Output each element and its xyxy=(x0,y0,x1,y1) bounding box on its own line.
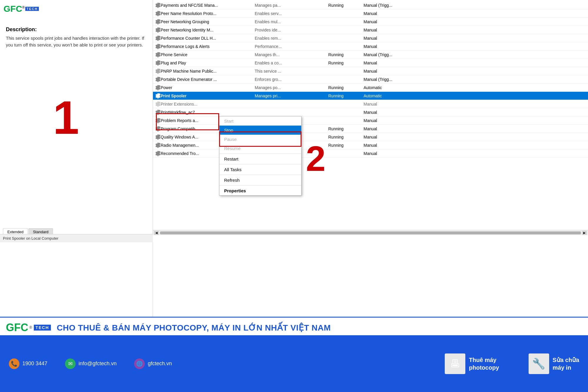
context-menu: Start Stop Pause Resume Restart All Task… xyxy=(219,116,302,196)
gear-icon xyxy=(155,36,161,41)
table-row[interactable]: Problem Reports a... Manual xyxy=(153,116,588,125)
context-menu-properties[interactable]: Properties xyxy=(219,186,301,195)
description-label: Description: xyxy=(6,26,147,33)
email-icon: ✉ xyxy=(65,358,76,369)
service-desc: Manages po... xyxy=(255,85,328,90)
context-menu-divider-2 xyxy=(219,164,301,164)
advertisement-bar: GFC® TECH CHO THUÊ & BÁN MÁY PHOTOCOPY, … xyxy=(0,317,588,392)
service-startup: Manual xyxy=(364,36,422,41)
table-row[interactable]: Plug and Play Enables a co... Running Ma… xyxy=(153,59,588,67)
service-name: Print Spooler xyxy=(161,94,255,98)
services-list-panel: Payments and NFC/SE Mana... Manages pa..… xyxy=(153,0,588,318)
service-name: Power xyxy=(161,85,255,90)
service-startup: Manual (Trigg... xyxy=(364,77,422,82)
context-menu-start[interactable]: Start xyxy=(219,116,301,126)
scroll-thumb[interactable] xyxy=(160,231,581,234)
phone-icon: 📞 xyxy=(9,358,19,369)
status-bar: Print Spooler on Local Computer xyxy=(0,234,153,242)
service-status: Running xyxy=(328,52,364,57)
web-icon: 🌐 xyxy=(134,358,145,369)
service-name: Portable Device Enumerator ... xyxy=(161,77,255,82)
table-row[interactable]: Portable Device Enumerator ... Enforces … xyxy=(153,75,588,84)
gear-icon xyxy=(155,93,161,99)
ad-website-contact: 🌐 gfctech.vn xyxy=(134,358,172,369)
table-row[interactable]: Phone Service Manages th... Running Manu… xyxy=(153,51,588,59)
print-spooler-row[interactable]: Print Spooler Manages pri... Running Aut… xyxy=(153,92,588,100)
table-row[interactable]: Payments and NFC/SE Mana... Manages pa..… xyxy=(153,1,588,9)
table-row[interactable]: Printer Extensions... Manual xyxy=(153,100,588,108)
ad-website-url: gfctech.vn xyxy=(148,361,172,367)
service-status: Running xyxy=(328,143,364,148)
service-desc: Enables a co... xyxy=(255,61,328,65)
service-startup: Manual xyxy=(364,11,422,16)
gear-icon xyxy=(155,11,161,16)
service-startup: Manual (Trigg... xyxy=(364,52,422,57)
gear-icon xyxy=(155,77,161,82)
service-startup: Manual xyxy=(364,135,422,139)
gear-icon xyxy=(155,118,161,123)
table-row[interactable]: Recommended Tro... Manual xyxy=(153,149,588,158)
context-menu-restart[interactable]: Restart xyxy=(219,154,301,164)
table-row[interactable]: Peer Networking Grouping Enables mul... … xyxy=(153,18,588,26)
table-row[interactable]: PrintWorkflow_ac7... Manual xyxy=(153,108,588,116)
table-row[interactable]: PNRP Machine Name Public... This service… xyxy=(153,67,588,75)
service-startup: Manual xyxy=(364,61,422,65)
table-row[interactable]: Performance Logs & Alerts Performance...… xyxy=(153,42,588,51)
gear-icon xyxy=(155,134,161,140)
table-row[interactable]: Peer Networking Identity M... Provides i… xyxy=(153,26,588,34)
gear-icon xyxy=(155,3,161,8)
gear-icon xyxy=(155,143,161,148)
ad-phone-contact: 📞 1900 3447 xyxy=(9,358,47,369)
ad-phone-number: 1900 3447 xyxy=(22,361,47,367)
table-row[interactable]: Performance Counter DLL H... Enables rem… xyxy=(153,34,588,42)
ad-email-contact: ✉ info@gfctech.vn xyxy=(65,358,116,369)
service-desc: Enforces gro... xyxy=(255,77,328,82)
service-startup: Manual xyxy=(364,69,422,74)
table-row[interactable]: Quality Windows A... Running Manual xyxy=(153,133,588,141)
gear-icon xyxy=(155,151,161,156)
context-menu-all-tasks[interactable]: All Tasks xyxy=(219,165,301,174)
service-startup: Manual xyxy=(364,110,422,115)
gear-icon xyxy=(155,85,161,90)
service-startup: Manual (Trigg... xyxy=(364,3,422,8)
context-menu-pause: Pause xyxy=(219,135,301,144)
table-row[interactable]: Radio Managemen... Running Manual xyxy=(153,141,588,149)
ad-top-section: GFC® TECH CHO THUÊ & BÁN MÁY PHOTOCOPY, … xyxy=(0,318,588,335)
scroll-right-button[interactable]: ▶ xyxy=(582,231,587,235)
service-status: Running xyxy=(328,94,364,98)
service-rows-container: Payments and NFC/SE Mana... Manages pa..… xyxy=(153,0,588,158)
status-text: Print Spooler on Local Computer xyxy=(3,236,59,241)
context-menu-divider-1 xyxy=(219,154,301,154)
gear-icon xyxy=(155,60,161,66)
gear-icon xyxy=(155,126,161,131)
service-status: Running xyxy=(328,85,364,90)
service-desc: Enables serv... xyxy=(255,11,328,16)
scroll-left-button[interactable]: ◀ xyxy=(154,231,159,235)
gear-icon xyxy=(155,27,161,33)
services-window: GFC® TECH Description: This service spoo… xyxy=(0,0,588,318)
service-desc: Manages pri... xyxy=(255,94,328,98)
printer-repair-icon: 🔧 xyxy=(529,353,549,374)
table-row[interactable]: Program Compatib... Running Manual xyxy=(153,125,588,133)
context-menu-refresh[interactable]: Refresh xyxy=(219,176,301,185)
logo-gfc: GFC® xyxy=(4,4,25,13)
service-startup: Manual xyxy=(364,28,422,32)
service-desc: Performance... xyxy=(255,44,328,49)
service-startup: Manual xyxy=(364,126,422,131)
gear-icon xyxy=(155,69,161,74)
step-1-number: 1 xyxy=(53,94,79,141)
ad-title-text: CHO THUÊ & BÁN MÁY PHOTOCOPY, MÁY IN LỚN… xyxy=(57,323,331,333)
context-menu-stop[interactable]: Stop xyxy=(219,126,301,135)
service-name: PrintWorkflow_ac7... xyxy=(161,110,255,115)
horizontal-scrollbar[interactable]: ◀ ▶ xyxy=(153,230,588,235)
gear-icon xyxy=(155,44,161,49)
table-row[interactable]: Power Manages po... Running Automatic xyxy=(153,84,588,92)
ad-service-photocopy: 🖶 Thuê máyphotocopy xyxy=(445,353,499,374)
step-2-number: 2 xyxy=(306,138,326,179)
context-menu-divider-3 xyxy=(219,175,301,175)
table-row[interactable]: Peer Name Resolution Proto... Enables se… xyxy=(153,9,588,18)
left-description-panel: Description: This service spools print j… xyxy=(0,0,153,318)
service-name: Payments and NFC/SE Mana... xyxy=(161,3,255,8)
service-desc: This service ... xyxy=(255,69,328,74)
service-name: Plug and Play xyxy=(161,61,255,65)
